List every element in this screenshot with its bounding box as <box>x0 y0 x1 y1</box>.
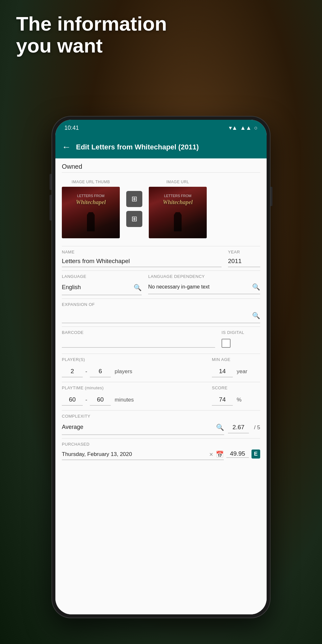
purchased-amount-input[interactable] <box>226 450 249 458</box>
upload-thumb-button[interactable]: ⊞ <box>126 191 142 207</box>
score-unit: % <box>237 397 242 403</box>
status-time: 10:41 <box>64 125 79 131</box>
image-url-col: IMAGE URL LETTERS FROM Whitechapel <box>149 180 207 238</box>
barcode-label: BARCODE <box>62 330 215 335</box>
is-digital-label: IS DIGITAL <box>222 330 260 335</box>
playtime-dash: - <box>85 397 87 403</box>
players-max-input[interactable] <box>90 366 111 377</box>
images-section: IMAGE URL THUMB LETTERS FROM Whitechapel <box>62 175 260 243</box>
volume-down-button <box>50 195 52 221</box>
playtime-label: PLAYTIME (minutes) <box>62 385 205 390</box>
name-year-row: NAME YEAR <box>62 250 260 267</box>
game-image-full: LETTERS FROM Whitechapel <box>149 187 207 238</box>
owned-field: Owned <box>62 158 260 173</box>
currency-badge: E <box>251 450 260 459</box>
purchased-calendar-button[interactable]: 📅 <box>216 450 224 458</box>
language-label: LANGUAGE <box>62 274 142 279</box>
app-bar: ← Edit Letters from Whitechapel (2011) <box>55 136 267 158</box>
is-digital-checkbox[interactable] <box>222 339 231 348</box>
image-url-label: IMAGE URL <box>166 180 189 184</box>
complexity-input[interactable] <box>62 422 216 432</box>
complexity-label: COMPLEXITY <box>62 414 260 419</box>
complexity-max: / 5 <box>254 424 260 431</box>
year-col: YEAR <box>228 250 260 267</box>
language-dep-input-row: 🔍 <box>148 280 260 294</box>
playtime-min-input[interactable] <box>62 394 83 406</box>
score-col: SCORE % <box>212 385 260 407</box>
purchased-label: PURCHASED <box>62 442 260 447</box>
language-dep-col: LANGUAGE DEPENDENCY 🔍 <box>148 274 260 295</box>
language-input-row: 🔍 <box>62 280 142 295</box>
language-dep-input[interactable] <box>148 282 252 292</box>
playtime-max-input[interactable] <box>90 394 111 406</box>
expansion-of-search-icon[interactable]: 🔍 <box>252 312 260 319</box>
upload-image-button[interactable]: ⊞ <box>126 211 142 227</box>
score-label: SCORE <box>212 385 260 390</box>
name-input[interactable] <box>62 256 222 267</box>
language-input[interactable] <box>62 282 134 293</box>
wifi-icon: ▾▲ <box>229 124 238 131</box>
score-row: % <box>212 392 260 407</box>
signal-icon: ▲▲ <box>240 125 251 131</box>
expansion-of-label: EXPANSION OF <box>62 302 260 307</box>
upload-thumb-icon: ⊞ <box>131 195 137 203</box>
min-age-row: year <box>212 363 260 379</box>
complexity-search-icon[interactable]: 🔍 <box>216 423 224 431</box>
playtime-row: - minutes <box>62 392 205 407</box>
players-min-input[interactable] <box>62 366 83 377</box>
expansion-of-input[interactable] <box>62 310 252 321</box>
barcode-digital-row: BARCODE IS DIGITAL <box>62 330 260 350</box>
language-dep-search-icon[interactable]: 🔍 <box>252 283 260 291</box>
min-age-unit: year <box>237 368 247 375</box>
back-button[interactable]: ← <box>62 142 71 152</box>
purchased-clear-button[interactable]: × <box>209 451 213 458</box>
status-bar: 10:41 ▾▲ ▲▲ ○ <box>55 120 267 136</box>
year-input[interactable] <box>228 256 260 267</box>
language-row: LANGUAGE 🔍 LANGUAGE DEPENDENCY 🔍 <box>62 274 260 295</box>
players-col: PLAYER(S) - players <box>62 357 205 379</box>
min-age-label: MIN AGE <box>212 357 260 362</box>
players-minage-row: PLAYER(S) - players MIN AGE year <box>62 357 260 379</box>
battery-icon: ○ <box>254 125 258 131</box>
purchased-date-row: Thursday, February 13, 2020 × 📅 <box>62 448 224 460</box>
barcode-col: BARCODE <box>62 330 215 350</box>
min-age-col: MIN AGE year <box>212 357 260 379</box>
purchased-section: PURCHASED Thursday, February 13, 2020 × … <box>62 442 260 460</box>
owned-value: Owned <box>62 163 260 170</box>
upload-image-icon: ⊞ <box>131 215 137 223</box>
form-content: Owned IMAGE URL THUMB LETTERS FROM White… <box>55 158 267 614</box>
power-button <box>270 187 272 206</box>
year-label: YEAR <box>228 250 260 254</box>
score-input[interactable] <box>212 394 233 406</box>
name-col: NAME <box>62 250 222 267</box>
upload-buttons-col: ⊞ ⊞ <box>126 191 142 227</box>
language-col: LANGUAGE 🔍 <box>62 274 142 295</box>
app-bar-title: Edit Letters from Whitechapel (2011) <box>76 143 260 151</box>
language-search-icon[interactable]: 🔍 <box>134 284 142 291</box>
expansion-of-row: 🔍 <box>62 308 260 323</box>
volume-up-button <box>50 174 52 190</box>
complexity-score-input[interactable] <box>228 422 249 433</box>
complexity-row: 🔍 / 5 <box>62 420 260 435</box>
players-label: PLAYER(S) <box>62 357 205 362</box>
image-thumb-col: IMAGE URL THUMB LETTERS FROM Whitechapel <box>62 180 120 238</box>
players-dash: - <box>85 368 87 375</box>
expansion-of-section: EXPANSION OF 🔍 <box>62 302 260 323</box>
barcode-input[interactable] <box>62 336 215 348</box>
hero-title: The information you want <box>16 13 177 57</box>
complexity-section: COMPLEXITY 🔍 / 5 <box>62 414 260 435</box>
game-image-thumb: LETTERS FROM Whitechapel <box>62 187 120 238</box>
playtime-col: PLAYTIME (minutes) - minutes <box>62 385 205 407</box>
is-digital-row <box>222 336 260 350</box>
players-row: - players <box>62 363 205 379</box>
phone-mockup: 10:41 ▾▲ ▲▲ ○ ← Edit Letters from Whitec… <box>52 116 270 618</box>
playtime-unit: minutes <box>115 397 134 403</box>
complexity-input-row: 🔍 <box>62 420 224 435</box>
is-digital-col: IS DIGITAL <box>222 330 260 350</box>
min-age-input[interactable] <box>212 366 233 377</box>
name-label: NAME <box>62 250 222 254</box>
image-thumb-label: IMAGE URL THUMB <box>72 180 110 184</box>
purchased-row: Thursday, February 13, 2020 × 📅 E <box>62 448 260 460</box>
playtime-score-row: PLAYTIME (minutes) - minutes SCORE % <box>62 385 260 407</box>
purchased-date-value: Thursday, February 13, 2020 <box>62 451 207 458</box>
